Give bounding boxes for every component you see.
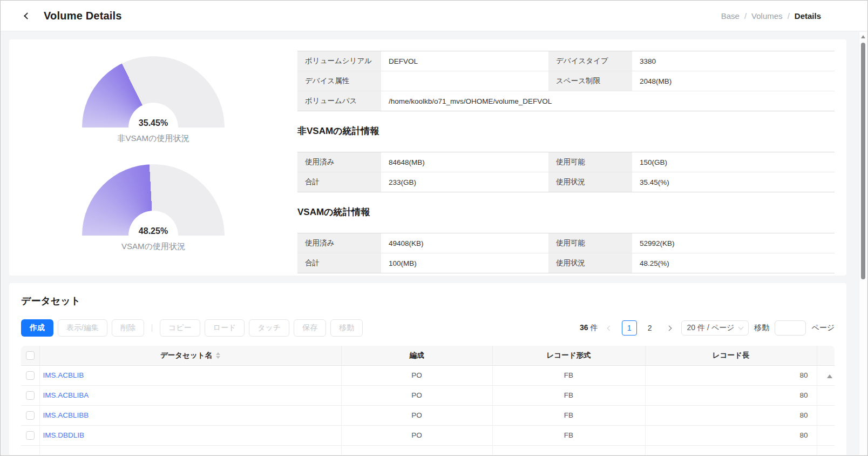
lrecl-cell: 80 [645, 405, 817, 425]
datasets-toolbar: 作成 表示/編集 削除 コピー ロード タッチ 保存 移動 36 件 1 2 [21, 319, 835, 337]
recfm-cell: FB [492, 385, 645, 405]
row-checkbox[interactable] [26, 371, 35, 380]
caret-down-icon [216, 356, 220, 359]
breadcrumb-separator: / [788, 11, 790, 21]
load-button[interactable]: ロード [205, 319, 245, 337]
sort-icon[interactable] [216, 352, 220, 359]
table-row: ボリュームパス /home/koolkb/o71_mvs/OHOME/volum… [297, 91, 835, 111]
column-header-name[interactable]: データセット名 [39, 346, 341, 365]
vsam-usage-gauge: 48.25% VSAMの使用状況 [82, 164, 225, 252]
column-header-label: データセット名 [160, 351, 212, 359]
field-label: 使用可能 [548, 233, 632, 253]
dataset-link[interactable]: IMS.ACBLIB [43, 371, 84, 379]
save-button[interactable]: 保存 [294, 319, 326, 337]
field-value: 84648(MB) [381, 152, 548, 172]
select-all-cell [21, 346, 39, 365]
field-label: 使用可能 [548, 152, 632, 172]
page-button-1[interactable]: 1 [622, 320, 637, 336]
table-row: 合計 100(MB) 使用状況 48.25(%) [297, 253, 835, 273]
field-label: 使用済み [297, 152, 381, 172]
gauge-label: VSAMの使用状況 [82, 242, 225, 252]
back-button[interactable] [21, 10, 33, 22]
field-value: 35.45(%) [632, 172, 835, 192]
goto-page-input[interactable] [775, 320, 806, 336]
field-value: 233(GB) [381, 172, 548, 192]
field-value: 49408(KB) [381, 233, 548, 253]
breadcrumb-current: Details [795, 11, 821, 21]
checkbox-cell [21, 385, 39, 405]
table-row: IMS.ACBLIBB PO FB 80 [21, 405, 835, 425]
delete-button[interactable]: 削除 [112, 319, 144, 337]
next-page-button[interactable] [663, 321, 676, 334]
top-header: Volume Details Base / Volumes / Details [1, 1, 867, 31]
checkbox-cell [21, 405, 39, 425]
row-checkbox[interactable] [26, 391, 35, 400]
nonvsam-usage-gauge: 35.45% 非VSAMの使用状況 [82, 56, 225, 144]
breadcrumb: Base / Volumes / Details [721, 11, 821, 21]
gauge-column: 35.45% 非VSAMの使用状況 48.25% VSAMの使用状況 [9, 39, 297, 276]
gauge-chart-nonvsam: 35.45% [82, 56, 225, 128]
row-checkbox[interactable] [26, 411, 35, 420]
scrollbar-thumb[interactable] [861, 43, 865, 279]
copy-button[interactable]: コピー [160, 319, 200, 337]
dataset-link[interactable]: IMS.ACBLIBA [43, 391, 89, 399]
section-title-vsam: VSAMの統計情報 [297, 206, 835, 218]
prev-page-button[interactable] [603, 321, 616, 334]
vertical-scrollbar[interactable] [859, 32, 867, 455]
checkbox-cell [21, 425, 39, 445]
page-size-select[interactable]: 20 件 / ページ [681, 320, 749, 336]
dataset-link[interactable]: IMS.DBDLIB [43, 431, 85, 439]
field-label: 合計 [297, 172, 381, 192]
gauge-value: 35.45% [82, 118, 225, 128]
datasets-table-wrap: データセット名 編成 レコード形式 レコード長 IMS.ACBLIB PO FB… [21, 346, 835, 455]
toolbar-buttons: 作成 表示/編集 削除 コピー ロード タッチ 保存 移動 [21, 319, 363, 337]
total-count: 36 件 [580, 323, 598, 333]
breadcrumb-volumes[interactable]: Volumes [751, 11, 783, 21]
recfm-cell: FB [492, 425, 645, 445]
field-value: 48.25(%) [632, 253, 835, 273]
table-row: 使用済み 49408(KB) 使用可能 52992(KB) [297, 233, 835, 253]
field-label: 使用状況 [548, 253, 632, 273]
column-header-lrecl: レコード長 [645, 346, 817, 365]
nonvsam-stats-table: 使用済み 84648(MB) 使用可能 150(GB) 合計 233(GB) 使… [297, 152, 835, 192]
total-unit: 件 [591, 323, 598, 332]
field-value: 2048(MB) [632, 71, 835, 91]
breadcrumb-base[interactable]: Base [721, 11, 740, 21]
move-button[interactable]: 移動 [330, 319, 363, 337]
create-button[interactable]: 作成 [21, 319, 53, 337]
goto-label: 移動 [754, 323, 769, 333]
row-checkbox[interactable] [26, 431, 35, 440]
field-label: ボリュームパス [297, 91, 381, 111]
view-edit-button[interactable]: 表示/編集 [58, 319, 107, 337]
field-value: 100(MB) [381, 253, 548, 273]
field-label: 使用済み [297, 233, 381, 253]
filler-cell [817, 385, 835, 405]
section-title-nonvsam: 非VSAMの統計情報 [297, 125, 835, 137]
recfm-cell: FB [492, 405, 645, 425]
gauge-chart-vsam: 48.25% [82, 164, 225, 236]
table-row: ボリュームシリアル DEFVOL デバイスタイプ 3380 [297, 51, 835, 71]
page-button-2[interactable]: 2 [642, 320, 657, 336]
page-title: Volume Details [44, 10, 122, 22]
caret-up-icon [216, 352, 220, 355]
column-header-filler [817, 346, 835, 365]
scrollbar-up-icon[interactable] [861, 35, 865, 38]
gauge-label: 非VSAMの使用状況 [82, 133, 225, 144]
chevron-left-icon [607, 325, 613, 331]
gauge-value: 48.25% [82, 226, 225, 236]
org-cell: PO [341, 365, 492, 385]
lrecl-cell: 80 [645, 425, 817, 445]
volume-info-table: ボリュームシリアル DEFVOL デバイスタイプ 3380 デバイス属性 スペー… [297, 51, 835, 111]
total-number: 36 [580, 323, 588, 332]
table-row: IMS.ACBLIB PO FB 80 [21, 365, 835, 385]
goto-suffix-label: ページ [811, 323, 835, 333]
org-cell: PO [341, 425, 492, 445]
select-all-checkbox[interactable] [26, 351, 35, 360]
table-scroll-up-icon[interactable] [827, 374, 832, 378]
checkbox-cell [21, 365, 39, 385]
page-content: 35.45% 非VSAMの使用状況 48.25% VSAMの使用状況 [1, 32, 859, 455]
dataset-link[interactable]: IMS.ACBLIBB [43, 411, 89, 419]
field-value: DEFVOL [381, 51, 548, 71]
touch-button[interactable]: タッチ [249, 319, 289, 337]
pagination: 36 件 1 2 20 件 / ページ 移動 ページ [580, 320, 835, 336]
